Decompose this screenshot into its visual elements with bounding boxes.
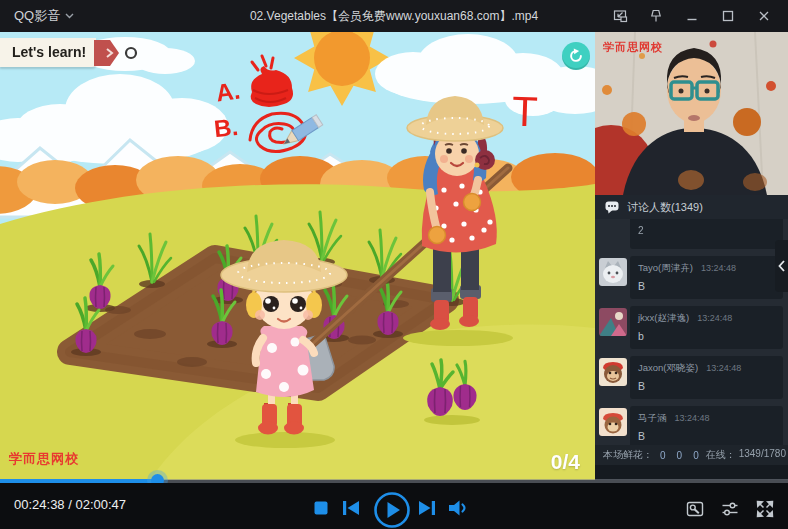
- avatar: [599, 308, 627, 336]
- chat-header-label: 讨论人数(1349): [627, 200, 703, 215]
- minimize-button[interactable]: [674, 0, 710, 32]
- cartoon-scene: [0, 32, 595, 480]
- previous-button[interactable]: [342, 500, 360, 516]
- class-side-panel: 学而思网校 讨论人数(1349) 2: [595, 32, 788, 480]
- annotation-t-label: T: [511, 88, 538, 137]
- close-icon: [756, 8, 772, 24]
- chat-header: 讨论人数(1349): [595, 195, 788, 219]
- flower-stats-bar: 本场鲜花： 0 0 0 在线： 1349/1780: [595, 445, 788, 465]
- stop-icon: [314, 501, 328, 515]
- mini-player-button[interactable]: [602, 0, 638, 32]
- sliders-icon: [721, 500, 739, 518]
- titlebar: QQ影音 02.Vegetables【会员免费www.youxuan68.com…: [0, 0, 788, 32]
- flowers-label: 本场鲜花：: [603, 448, 653, 462]
- pin-icon: [648, 8, 664, 24]
- message-time: 13:24:48: [697, 313, 732, 323]
- stop-button[interactable]: [314, 501, 328, 515]
- message-time: 13:24:48: [706, 363, 741, 373]
- mini-player-icon: [612, 8, 628, 24]
- banner-ring-icon: [124, 46, 138, 60]
- fullscreen-button[interactable]: [756, 500, 774, 518]
- play-button[interactable]: [373, 491, 411, 529]
- refresh-button: [562, 42, 590, 70]
- chat-message: jkxx(赵津逸) 13:24:48 b: [599, 306, 783, 349]
- flower-count: 0: [693, 450, 699, 461]
- playlist-settings-button[interactable]: [721, 500, 739, 518]
- chat-message: Tayo(周津卉) 13:24:48 B: [599, 256, 783, 299]
- control-bar: 00:24:38 / 02:00:47: [0, 483, 788, 529]
- panel-collapse-handle: [775, 240, 788, 292]
- fullscreen-icon: [756, 500, 774, 518]
- lets-learn-banner: Let's learn!: [0, 38, 138, 67]
- message-time: 13:24:48: [701, 263, 736, 273]
- chat-message-partial: 2: [630, 219, 783, 249]
- annotation-a-label: A.: [214, 76, 242, 107]
- chat-list: 2 Tayo(周津卉) 13:24:48 B: [595, 219, 788, 445]
- close-button[interactable]: [746, 0, 782, 32]
- avatar: [599, 258, 627, 286]
- message-text: B: [638, 430, 775, 442]
- previous-icon: [342, 500, 360, 516]
- toolbox-icon: [686, 500, 704, 518]
- message-text: b: [638, 330, 775, 342]
- pin-button[interactable]: [638, 0, 674, 32]
- banner-tag-icon: [94, 39, 124, 67]
- maximize-icon: [720, 8, 736, 24]
- message-text: B: [638, 380, 775, 392]
- volume-icon: [448, 499, 468, 517]
- page-counter: 0/4: [551, 450, 580, 474]
- online-value: 1349/1780: [739, 448, 786, 462]
- app-menu[interactable]: QQ影音: [14, 0, 74, 32]
- flower-count: 0: [660, 450, 666, 461]
- app-name: QQ影音: [14, 7, 60, 25]
- message-username: 马子涵: [638, 412, 667, 425]
- chevron-down-icon: [65, 13, 74, 19]
- chat-message: 马子涵 13:24:48 B: [599, 406, 783, 445]
- message-text: 2: [638, 225, 644, 236]
- next-button[interactable]: [418, 500, 436, 516]
- teacher-webcam-image: [595, 32, 788, 195]
- minimize-icon: [684, 8, 700, 24]
- flower-count: 0: [677, 450, 683, 461]
- play-icon: [373, 491, 411, 529]
- avatar: [599, 358, 627, 386]
- time-display: 00:24:38 / 02:00:47: [14, 497, 126, 512]
- next-icon: [418, 500, 436, 516]
- chat-bubble-icon: [605, 201, 619, 214]
- banner-label: Let's learn!: [0, 38, 96, 67]
- annotation-b-label: B.: [213, 113, 240, 143]
- video-surface[interactable]: Let's learn! A. B. T 学而思网校 0/4: [0, 32, 595, 480]
- chat-message: Jaxon(邓晓姿) 13:24:48 B: [599, 356, 783, 399]
- window-title: 02.Vegetables【会员免费www.youxuan68.com】.mp4: [250, 0, 538, 32]
- message-text: B: [638, 280, 775, 292]
- maximize-button[interactable]: [710, 0, 746, 32]
- message-bubble: 马子涵 13:24:48 B: [630, 406, 783, 445]
- qq-player-window: QQ影音 02.Vegetables【会员免费www.youxuan68.com…: [0, 0, 788, 529]
- message-bubble: jkxx(赵津逸) 13:24:48 b: [630, 306, 783, 349]
- webcam-watermark: 学而思网校: [603, 40, 663, 55]
- message-username: Tayo(周津卉): [638, 262, 693, 275]
- message-bubble: Jaxon(邓晓姿) 13:24:48 B: [630, 356, 783, 399]
- toolbox-button[interactable]: [686, 500, 704, 518]
- refresh-icon: [568, 48, 584, 64]
- online-count: 在线： 1349/1780: [706, 448, 786, 462]
- video-watermark: 学而思网校: [9, 450, 79, 468]
- teacher-webcam: 学而思网校: [595, 32, 788, 195]
- message-username: Jaxon(邓晓姿): [638, 362, 698, 375]
- window-buttons: [602, 0, 782, 32]
- chevron-left-icon: [778, 260, 785, 272]
- chat-input-strip: [595, 465, 788, 480]
- avatar: [599, 408, 627, 436]
- message-username: jkxx(赵津逸): [638, 312, 689, 325]
- online-label: 在线：: [706, 448, 736, 462]
- volume-button[interactable]: [448, 499, 468, 517]
- message-time: 13:24:48: [675, 413, 710, 423]
- message-bubble: Tayo(周津卉) 13:24:48 B: [630, 256, 783, 299]
